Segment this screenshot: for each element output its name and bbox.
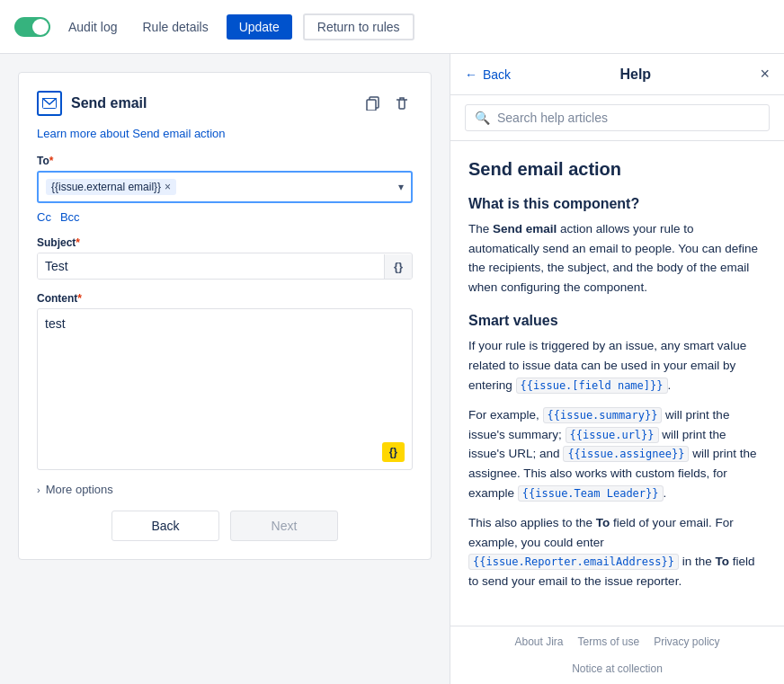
bcc-button[interactable]: Bcc — [60, 210, 80, 224]
to-dropdown-icon: ▾ — [398, 181, 404, 193]
notice-at-collection-link[interactable]: Notice at collection — [572, 662, 663, 675]
subject-wrap: {} — [37, 253, 413, 280]
search-box: 🔍 — [465, 104, 770, 131]
help-section3-p1: This also applies to the To field of you… — [468, 513, 766, 591]
subject-smart-value-btn[interactable]: {} — [384, 254, 412, 279]
cc-bcc-row: Cc Bcc — [37, 210, 413, 224]
copy-button[interactable] — [362, 93, 384, 114]
help-footer: About Jira Terms of use Privacy policy N… — [450, 626, 784, 684]
help-section2-p2: For example, {{issue.summary}} will prin… — [468, 405, 766, 502]
audit-log-link[interactable]: Audit log — [61, 16, 124, 38]
delete-button[interactable] — [391, 93, 413, 114]
subject-input[interactable] — [38, 253, 384, 279]
about-jira-link[interactable]: About Jira — [514, 635, 563, 648]
svg-rect-2 — [367, 100, 376, 111]
help-panel: ← Back Help × 🔍 Send email action What i… — [450, 54, 784, 684]
help-section1-p1: The Send email action allows your rule t… — [468, 219, 766, 297]
search-input[interactable] — [497, 111, 760, 125]
back-button[interactable]: Back — [111, 511, 219, 541]
to-input[interactable]: {{issue.external email}} × ▾ — [37, 171, 413, 203]
help-main-title: Send email action — [468, 159, 766, 180]
next-button[interactable]: Next — [230, 511, 338, 541]
help-section2-p1: If your rule is triggered by an issue, a… — [468, 336, 766, 395]
toggle-wrap — [14, 17, 50, 37]
help-back-button[interactable]: ← Back — [465, 67, 511, 82]
topbar: Audit log Rule details Update Return to … — [0, 0, 784, 54]
content-smart-value-btn[interactable]: {} — [382, 442, 405, 462]
card-actions — [362, 93, 413, 114]
learn-more-link[interactable]: Learn more about Send email action — [37, 127, 413, 140]
tag-remove-btn[interactable]: × — [165, 181, 171, 193]
email-icon — [37, 91, 62, 116]
content-area[interactable]: test {} — [37, 308, 413, 470]
bottom-buttons: Back Next — [37, 511, 413, 541]
send-email-card: Send email — [18, 72, 432, 560]
enable-toggle[interactable] — [14, 17, 50, 37]
search-wrap: 🔍 — [450, 95, 784, 141]
cc-button[interactable]: Cc — [37, 210, 51, 224]
terms-of-use-link[interactable]: Terms of use — [577, 635, 639, 648]
help-content: Send email action What is this component… — [450, 141, 784, 626]
content-label: Content* — [37, 292, 413, 305]
card-header: Send email — [37, 91, 413, 116]
help-section1-title: What is this component? — [468, 196, 766, 212]
help-panel-title: Help — [511, 67, 760, 83]
chevron-right-icon: › — [37, 484, 40, 495]
left-panel: Send email — [0, 54, 450, 684]
main-layout: Send email — [0, 54, 784, 684]
subject-label: Subject* — [37, 236, 413, 249]
card-title-wrap: Send email — [37, 91, 147, 116]
to-tag: {{issue.external email}} × — [46, 179, 176, 195]
search-icon: 🔍 — [475, 111, 490, 125]
help-close-button[interactable]: × — [760, 65, 770, 84]
help-back-label: Back — [483, 67, 511, 82]
rule-details-link[interactable]: Rule details — [135, 16, 215, 38]
card-title: Send email — [71, 95, 147, 111]
content-text: test — [45, 316, 66, 331]
to-label: To* — [37, 155, 413, 167]
more-options-row[interactable]: › More options — [37, 483, 413, 496]
back-arrow-icon: ← — [465, 67, 477, 82]
return-to-rules-button[interactable]: Return to rules — [303, 13, 414, 40]
help-section2-title: Smart values — [468, 313, 766, 329]
more-options-label: More options — [46, 483, 113, 496]
privacy-policy-link[interactable]: Privacy policy — [654, 635, 719, 648]
help-header: ← Back Help × — [450, 54, 784, 95]
update-button[interactable]: Update — [227, 14, 292, 40]
